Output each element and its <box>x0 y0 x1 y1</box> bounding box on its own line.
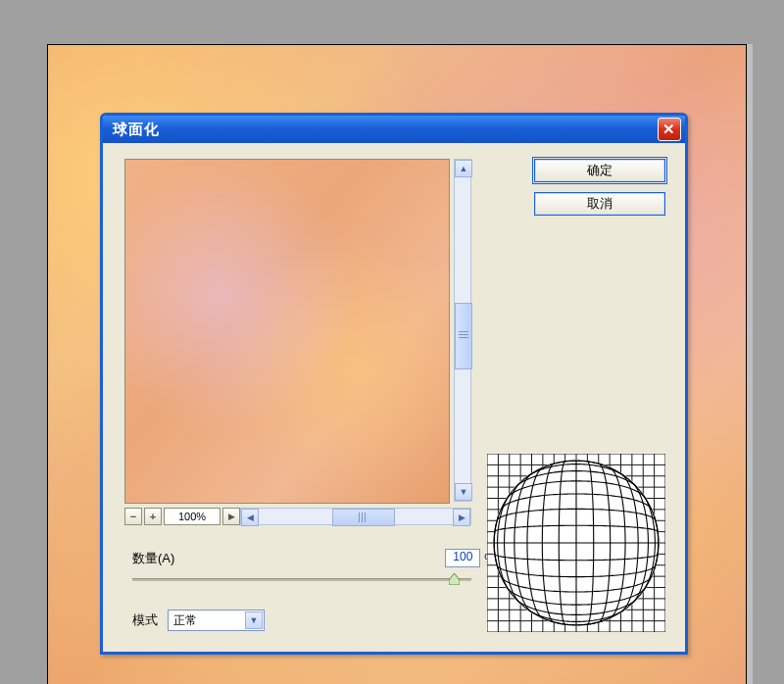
chevron-left-icon: ◀ <box>247 513 254 522</box>
scroll-down-button[interactable]: ▼ <box>455 483 472 501</box>
scroll-up-button[interactable]: ▲ <box>455 160 472 177</box>
mode-dropdown[interactable]: 正常 ▼ <box>168 610 265 631</box>
chevron-down-icon: ▼ <box>460 487 468 497</box>
mode-label: 模式 <box>132 611 158 629</box>
cancel-button[interactable]: 取消 <box>534 192 665 216</box>
minus-icon: − <box>130 511 136 522</box>
mode-row: 模式 正常 ▼ <box>132 610 265 631</box>
chevron-down-icon: ▼ <box>250 615 259 625</box>
dialog-buttons: 确定 取消 <box>534 159 665 216</box>
dropdown-arrow: ▼ <box>245 611 263 629</box>
amount-input[interactable]: 100 <box>445 549 480 567</box>
plus-icon: + <box>150 511 156 522</box>
preview-vertical-scrollbar[interactable]: ▲ ▼ <box>454 159 471 502</box>
scroll-left-button[interactable]: ◀ <box>241 509 259 526</box>
ok-button[interactable]: 确定 <box>534 159 665 182</box>
scroll-right-button[interactable]: ▶ <box>453 509 470 526</box>
slider-track <box>132 578 471 581</box>
vertical-scroll-thumb[interactable] <box>455 303 472 369</box>
amount-slider[interactable] <box>132 572 471 586</box>
sphere-illustration <box>487 454 665 632</box>
close-icon: ✕ <box>662 121 676 138</box>
dialog-titlebar[interactable]: 球面化 ✕ <box>103 116 685 143</box>
chevron-right-icon: ▶ <box>459 513 466 522</box>
dialog-title: 球面化 <box>113 121 160 139</box>
mode-value: 正常 <box>173 612 197 629</box>
slider-thumb[interactable] <box>449 573 460 585</box>
chevron-up-icon: ▲ <box>460 164 468 173</box>
horizontal-scroll-thumb[interactable] <box>332 509 395 526</box>
zoom-controls: − + 100% ▶ <box>124 508 240 525</box>
zoom-in-button[interactable]: + <box>144 508 162 525</box>
preview-area: ▲ ▼ ◀ ▶ <box>124 159 471 525</box>
svg-marker-0 <box>449 573 460 585</box>
preview-horizontal-scrollbar[interactable]: ◀ ▶ <box>240 508 471 525</box>
close-button[interactable]: ✕ <box>658 118 681 141</box>
zoom-menu-button[interactable]: ▶ <box>222 508 240 525</box>
amount-row: 数量(A) 100 % <box>132 549 495 567</box>
dialog-body: ▲ ▼ ◀ ▶ − + <box>103 143 685 652</box>
spherize-dialog: 球面化 ✕ ▲ ▼ ◀ ▶ <box>100 113 688 655</box>
amount-label: 数量(A) <box>132 550 174 567</box>
triangle-right-icon: ▶ <box>228 512 235 521</box>
zoom-value: 100% <box>164 508 220 525</box>
zoom-out-button[interactable]: − <box>124 508 142 525</box>
preview-image[interactable] <box>124 159 450 504</box>
